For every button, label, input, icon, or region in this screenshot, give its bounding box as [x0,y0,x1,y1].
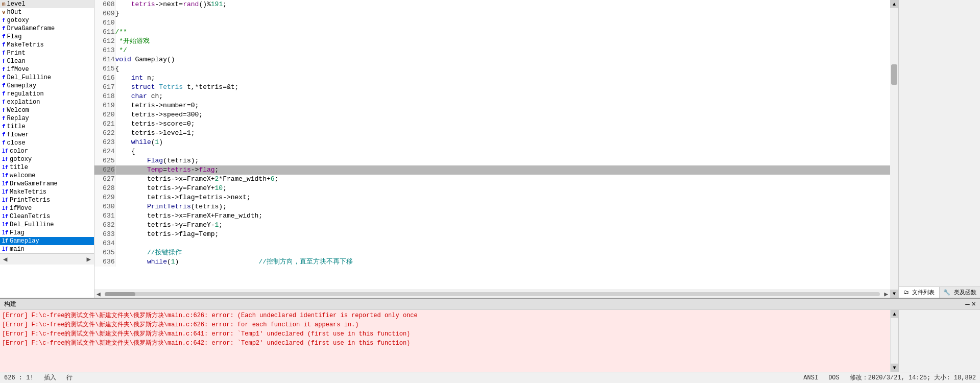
scroll-left-icon[interactable]: ◀ [1,255,9,264]
line-code[interactable]: PrintTetris(tetris); [115,202,890,211]
table-row: 632 tetris->y=FrameY-1; [94,221,890,230]
line-code[interactable]: { [115,147,890,156]
bottom-vscroll[interactable]: ▲ ▼ [890,310,898,372]
bottom-panel-controls: — × [965,300,976,308]
line-code[interactable]: tetris->flag=tetris->next; [115,193,890,202]
sidebar-item-del-fullline[interactable]: f Del_Fullline [0,74,94,82]
line-number: 626 [94,165,115,175]
sidebar-icon-f11: f [2,99,6,105]
line-code[interactable]: //按键操作 [115,248,890,257]
sidebar-item-flag[interactable]: f Flag [0,33,94,41]
line-code[interactable]: tetris->flag=Temp; [115,230,890,239]
sidebar-item-explation[interactable]: f explation [0,98,94,106]
vscroll-track[interactable] [890,8,898,290]
line-code-highlighted[interactable]: Temp=tetris->flag; [115,165,890,175]
tab-classes[interactable]: 🔧 类及函数 [940,287,980,298]
line-code[interactable]: Flag(tetris); [115,156,890,165]
line-code[interactable]: } [115,9,890,18]
sidebar-label-gotoxy1: gotoxy [7,17,29,24]
line-code[interactable]: tetris->next=rand()%191; [115,0,890,9]
sidebar-item-main[interactable]: lf main [0,245,94,253]
tab-file-list[interactable]: 🗂 文件列表 [899,287,940,298]
scroll-left-btn[interactable]: ◀ [94,290,103,298]
line-code[interactable]: char ch; [115,92,890,101]
error-line-4: [Error] F:\c-free的测试文件\新建文件夹\俄罗斯方块\main.… [2,339,888,348]
sidebar-item-cleantetris[interactable]: lf CleanTetris [0,212,94,221]
sidebar-item-gameplay[interactable]: f Gameplay [0,82,94,90]
code-scroll-area[interactable]: 608 tetris->next=rand()%191; 609 } 610 6… [94,0,890,290]
sidebar-item-color[interactable]: lf color [0,147,94,155]
line-number: 613 [94,46,115,55]
sidebar-item-regulation[interactable]: f regulation [0,90,94,98]
sidebar-item-maketetris[interactable]: f MakeTetris [0,41,94,49]
line-code[interactable]: tetris->level=1; [115,129,890,138]
sidebar-item-drwagameframe[interactable]: f DrwaGameframe [0,25,94,33]
line-number: 636 [94,257,115,267]
sidebar-item-gotoxy2[interactable]: lf gotoxy [0,155,94,163]
sidebar-item-close[interactable]: f close [0,139,94,147]
bottom-scroll-track[interactable] [891,318,898,364]
sidebar-item-ifmove[interactable]: f ifMove [0,65,94,74]
bottom-panel-close[interactable]: × [972,300,976,308]
vscroll-thumb[interactable] [891,64,897,85]
bottom-panel-minimize[interactable]: — [965,300,969,308]
line-code[interactable]: struct Tetris t,*tetris=&t; [115,83,890,92]
sidebar-item-printtetris[interactable]: lf PrintTetris [0,196,94,204]
sidebar-item-replay[interactable]: f Replay [0,114,94,123]
code-editor: 608 tetris->next=rand()%191; 609 } 610 6… [94,0,890,298]
line-code[interactable]: tetris->x=FrameX+2*Frame_width+6; [115,175,890,184]
sidebar-item-welcom[interactable]: f Welcom [0,106,94,114]
sidebar-item-gameplay2[interactable]: lf Gameplay [0,237,94,245]
sidebar-item[interactable]: m level [0,0,94,8]
line-code[interactable]: while(1) //控制方向，直至方块不再下移 [115,257,890,267]
line-code[interactable]: tetris->x=FrameX+Frame_width; [115,211,890,221]
horizontal-scrollbar[interactable]: ◀ ▶ [94,290,890,298]
sidebar-item-ifmove2[interactable]: lf ifMove [0,204,94,212]
line-code[interactable] [115,18,890,28]
sidebar-item-maketetris2[interactable]: lf MakeTetris [0,188,94,196]
line-code[interactable]: /** [115,28,890,37]
sidebar-item-flag2[interactable]: lf Flag [0,229,94,237]
sidebar-item-drwagameframe2[interactable]: lf DrwaGameframe [0,180,94,188]
vertical-scrollbar[interactable]: ▲ ▼ [890,0,898,298]
line-code[interactable]: int n; [115,74,890,83]
scroll-right-btn[interactable]: ▶ [882,290,890,298]
sidebar-item-title1[interactable]: f title [0,123,94,131]
line-code[interactable]: */ [115,46,890,55]
line-code[interactable]: tetris->number=0; [115,101,890,110]
error-output[interactable]: [Error] F:\c-free的测试文件\新建文件夹\俄罗斯方块\main.… [0,310,890,372]
scroll-down-btn[interactable]: ▼ [890,290,898,298]
hscroll-track[interactable] [105,292,880,296]
hscroll-thumb[interactable] [105,292,135,296]
sidebar-item-clean[interactable]: f Clean [0,57,94,65]
line-code[interactable]: tetris->speed=300; [115,110,890,119]
line-code[interactable]: tetris->y=FrameY+10; [115,184,890,193]
sidebar-item-hout[interactable]: v hOut [0,8,94,16]
line-number: 620 [94,110,115,119]
sidebar-item-print[interactable]: f Print [0,49,94,57]
sidebar-icon-f6: f [2,58,6,64]
line-code[interactable]: { [115,64,890,74]
sidebar-label-gameplay2: Gameplay [10,237,39,245]
line-code[interactable]: *开始游戏 [115,37,890,46]
scroll-up-btn[interactable]: ▲ [890,0,898,8]
encoding: ANSI [803,374,818,381]
scroll-right-icon[interactable]: ▶ [85,255,93,264]
sidebar-item-gotoxy1[interactable]: f gotoxy [0,16,94,25]
table-row: 626 Temp=tetris->flag; [94,165,890,175]
line-code[interactable]: void Gameplay() [115,55,890,64]
bottom-scroll-down[interactable]: ▼ [891,364,898,372]
line-code[interactable]: tetris->score=0; [115,119,890,129]
sidebar-item-welcome[interactable]: lf welcome [0,172,94,180]
line-code[interactable] [115,239,890,248]
line-code[interactable]: tetris->y=FrameY-1; [115,221,890,230]
bottom-scroll-up[interactable]: ▲ [891,310,898,318]
table-row: 613 */ [94,46,890,55]
sidebar-item-title2[interactable]: lf title [0,163,94,172]
line-code[interactable]: while(1) [115,138,890,147]
sidebar-icon-lf12: lf [2,238,8,244]
line-number: 623 [94,138,115,147]
sidebar-item-flower[interactable]: f flower [0,131,94,139]
sidebar-item-del-fullline2[interactable]: lf Del_Fullline [0,221,94,229]
sidebar-label-ifmove: ifMove [7,66,29,73]
